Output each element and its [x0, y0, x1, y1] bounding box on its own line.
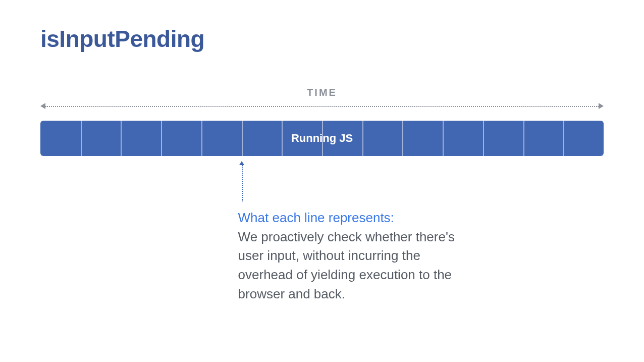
- page-title: isInputPending: [40, 25, 604, 53]
- timeline-tick: [523, 121, 524, 156]
- timeline-bar: Running JS: [40, 121, 604, 156]
- annotation-text: What each line represents: We proactivel…: [238, 209, 455, 303]
- annotation-body: We proactively check whether there's use…: [238, 229, 455, 301]
- timeline-bar-label: Running JS: [291, 132, 353, 145]
- annotation-pointer-line: [242, 165, 243, 201]
- annotation: What each line represents: We proactivel…: [40, 161, 604, 328]
- timeline-tick: [81, 121, 82, 156]
- annotation-pointer: [238, 161, 245, 201]
- annotation-lead: What each line represents:: [238, 210, 394, 225]
- time-axis: [40, 102, 604, 110]
- timeline-tick: [161, 121, 162, 156]
- timeline-tick: [443, 121, 444, 156]
- timeline-tick: [483, 121, 484, 156]
- time-section: TIME Running JS What each line represent…: [40, 87, 604, 328]
- time-axis-label: TIME: [40, 87, 604, 98]
- timeline-tick: [563, 121, 564, 156]
- timeline-tick: [402, 121, 403, 156]
- timeline-tick: [362, 121, 363, 156]
- arrow-left-icon: [40, 103, 45, 109]
- timeline-tick: [242, 121, 243, 156]
- arrow-right-icon: [599, 103, 604, 109]
- timeline-tick: [282, 121, 283, 156]
- slide: isInputPending TIME Running JS What each…: [0, 0, 644, 362]
- timeline-tick: [201, 121, 202, 156]
- arrow-up-icon: [239, 161, 244, 165]
- timeline-bar-wrap: Running JS: [40, 121, 604, 156]
- timeline-tick: [121, 121, 122, 156]
- time-axis-line: [45, 106, 599, 107]
